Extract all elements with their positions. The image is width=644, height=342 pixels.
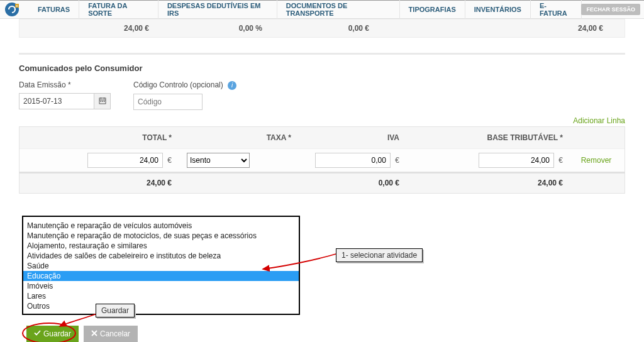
svg-text:e: e — [16, 4, 18, 8]
add-line-row: Adicionar Linha — [19, 116, 625, 125]
activity-option[interactable]: Educação — [23, 271, 299, 281]
calendar-icon — [99, 97, 106, 106]
save-button-label: Guardar — [43, 329, 71, 338]
currency-suffix: € — [167, 156, 172, 165]
sum-total: 24,00 € — [19, 179, 177, 187]
col-iva: IVA — [296, 133, 404, 142]
grid-sum-row: 24,00 € 0,00 € 24,00 € — [19, 172, 625, 193]
control-code-label: Código Controlo (opcional) i — [133, 80, 236, 90]
divider — [19, 53, 625, 55]
currency-suffix: € — [395, 156, 399, 165]
activity-option[interactable]: Lares — [23, 291, 299, 301]
nav-e-fatura[interactable]: E-FATURA — [531, 0, 582, 19]
summary-rate: 0,00 % — [170, 24, 284, 33]
activity-option[interactable]: Imóveis — [23, 281, 299, 291]
activity-option[interactable]: Alojamento, restauração e similares — [23, 241, 299, 251]
summary-iva: 0,00 € — [284, 24, 391, 33]
col-base: BASE TRIBUTÁVEL * — [404, 133, 568, 142]
summary-total: 24,00 € — [19, 24, 170, 33]
section-title: Comunicados pelo Consumidor — [19, 63, 625, 73]
total-input[interactable] — [87, 153, 163, 168]
svg-rect-8 — [102, 101, 103, 102]
callout-save: Guardar — [96, 304, 135, 317]
cancel-button[interactable]: Cancelar — [84, 326, 138, 342]
svg-rect-9 — [103, 101, 104, 102]
sum-base: 24,00 € — [404, 179, 568, 187]
nav-despesas-irs[interactable]: DESPESAS DEDUTÍVEIS EM IRS — [158, 0, 277, 19]
currency-suffix: € — [558, 156, 563, 165]
logo-icon: e — [4, 2, 20, 17]
activity-option[interactable]: Manutenção e reparação de veículos autom… — [23, 221, 299, 231]
date-input[interactable] — [19, 93, 94, 109]
close-icon — [91, 329, 97, 338]
base-input[interactable] — [479, 153, 554, 168]
activity-option[interactable]: Saúde — [23, 261, 299, 271]
activity-option[interactable]: Manutenção e reparação de motociclos, de… — [23, 231, 299, 241]
form-row: Data Emissão * — [19, 80, 625, 110]
nav-tipografias[interactable]: TIPOGRAFIAS — [400, 0, 465, 19]
iva-input[interactable] — [315, 153, 391, 168]
control-code-input[interactable] — [133, 94, 203, 110]
date-label: Data Emissão * — [19, 80, 111, 89]
activity-listbox[interactable]: Manutenção e reparação de veículos autom… — [22, 216, 300, 315]
remove-line-link[interactable]: Remover — [581, 156, 612, 165]
logout-button[interactable]: FECHAR SESSÃO — [581, 4, 640, 15]
nav-fatura-da-sorte[interactable]: FATURA DA SORTE — [79, 0, 158, 19]
lines-grid: TOTAL * TAXA * IVA BASE TRIBUTÁVEL * € I… — [19, 126, 625, 194]
date-group: Data Emissão * — [19, 80, 111, 109]
cancel-button-label: Cancelar — [100, 329, 130, 338]
taxa-select[interactable]: Isento — [187, 153, 250, 168]
calendar-button[interactable] — [94, 93, 111, 109]
action-buttons: Guardar Cancelar — [26, 326, 138, 342]
grid-data-row: € Isento € € Remover — [19, 148, 625, 172]
col-taxa: TAXA * — [177, 133, 296, 142]
top-navbar: e FATURAS FATURA DA SORTE DESPESAS DEDUT… — [0, 0, 644, 19]
control-code-group: Código Controlo (opcional) i — [133, 80, 236, 110]
callout-select-activity: 1- selecionar atividade — [336, 248, 423, 262]
nav-documentos-transporte[interactable]: DOCUMENTOS DE TRANSPORTE — [277, 0, 400, 19]
check-icon — [34, 329, 41, 338]
svg-rect-7 — [100, 101, 101, 102]
save-button[interactable]: Guardar — [26, 326, 79, 342]
info-icon[interactable]: i — [228, 81, 236, 90]
activity-option[interactable]: Outros — [23, 301, 299, 311]
activity-option[interactable]: Atividades de salões de cabeleireiro e i… — [23, 251, 299, 261]
grid-header: TOTAL * TAXA * IVA BASE TRIBUTÁVEL * — [19, 127, 625, 148]
main-nav: FATURAS FATURA DA SORTE DESPESAS DEDUTÍV… — [29, 0, 581, 19]
summary-base: 24,00 € — [530, 24, 625, 33]
summary-row-top: 24,00 € 0,00 % 0,00 € 24,00 € — [19, 19, 625, 38]
sum-iva: 0,00 € — [296, 179, 404, 187]
nav-faturas[interactable]: FATURAS — [29, 0, 79, 19]
add-line-link[interactable]: Adicionar Linha — [573, 116, 625, 125]
col-total: TOTAL * — [19, 133, 177, 142]
nav-inventarios[interactable]: INVENTÁRIOS — [465, 0, 531, 19]
